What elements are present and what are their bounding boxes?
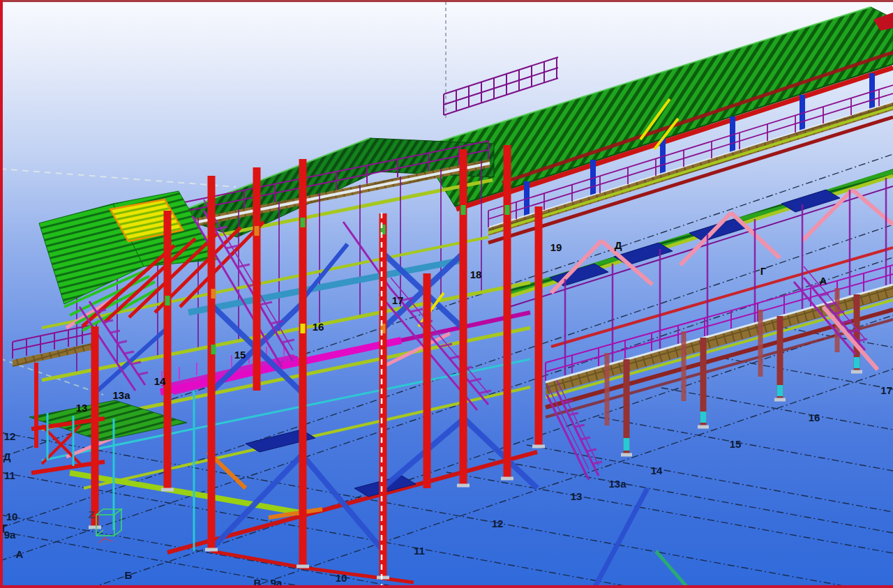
roof-railing [444,57,558,115]
grid-axis-label: 10 [336,572,347,584]
frame-border-top [0,0,893,2]
grid-axis-label: 11 [4,469,15,481]
grid-axis-label: 14 [651,465,663,476]
grid-axis-label: 11 [414,545,425,557]
grid-axis-label: Б [125,569,133,581]
grid-axis-label: 12 [4,430,16,442]
grid-axis-label: 13 [571,490,583,502]
grid-axis-label: Д [3,451,11,462]
frame-border-bottom [0,585,893,588]
grid-axis-label: 16 [809,412,820,423]
structure-grid-label: 17 [392,294,404,306]
structure-grid-label: 14 [154,375,166,387]
grid-axis-label: 13а [608,478,626,490]
grid-axis-label: А [16,548,24,560]
structure-grid-label: 18 [470,269,482,280]
structure-grid-label: Д [615,239,622,251]
structure-grid-label: А [820,275,827,287]
left-building [13,138,602,582]
structure-grid-label: 19 [550,241,562,253]
grid-axis-label: 17 [880,384,892,396]
grid-axis-label: 12 [492,518,504,529]
structure-grid-label: 15 [234,349,246,361]
model-canvas: 12Д1110Г9аАБВ9а1011121313а14151617 1313а… [0,0,893,588]
grid-axis-label: 10 [6,511,18,522]
grid-axis-label: 15 [730,438,742,450]
model-viewport[interactable]: 12Д1110Г9аАБВ9а1011121313а14151617 1313а… [0,0,893,588]
structure-grid-label: 13а [112,389,130,401]
structure-grid-label: 16 [313,321,324,333]
frame-border-left [0,0,3,588]
right-gallery [419,7,893,588]
structure-grid-label: Г [760,265,767,277]
structure-grid-label: 13 [76,402,88,414]
origin-z-label: Z [89,509,95,520]
grid-axis-label: 9а [4,529,16,541]
